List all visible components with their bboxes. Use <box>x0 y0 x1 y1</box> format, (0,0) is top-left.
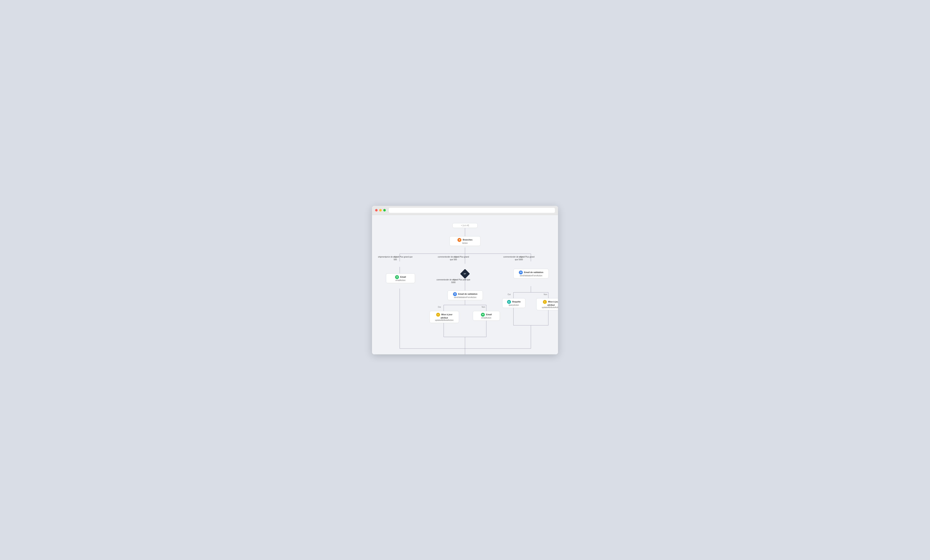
close-button[interactable] <box>375 209 377 212</box>
left-condition-label: shipmentprice de object Plus grand que 5… <box>378 256 413 261</box>
right-email-validation-node[interactable]: ✉ Email de validation sendValidationForm… <box>513 269 549 278</box>
browser-window: × [cut off] ⊕ Branches Action shipmentpr… <box>372 206 558 354</box>
center-update-attr-node[interactable]: ● Mise à jour attribut updateAttributeAc… <box>430 311 459 323</box>
right-update-attr-node[interactable]: ● Mise à jour attribut updateAttributeAc… <box>536 298 558 310</box>
center-non-label: Non <box>482 306 485 308</box>
branches-action-node[interactable]: ⊕ Branches Action <box>450 236 480 246</box>
et-diamond: ET <box>460 269 470 279</box>
center-non-email-icon: ✉ <box>481 313 485 317</box>
requete-icon: ◎ <box>507 300 511 304</box>
right-email-validation-icon: ✉ <box>519 270 523 275</box>
center-update-attr-icon: ● <box>436 313 440 317</box>
branches-icon: ⊕ <box>457 238 461 242</box>
minimize-button[interactable] <box>379 209 382 212</box>
center-condition-bot: commentorder de object Plus petit que 50… <box>436 278 471 284</box>
top-cut-node: × [cut off] <box>453 223 477 228</box>
maximize-button[interactable] <box>383 209 386 212</box>
center-oui-label: Oui <box>438 306 441 308</box>
right-condition-label: commentorder de object Plus grand que 50… <box>502 256 536 261</box>
right-oui-label: Oui <box>508 293 511 296</box>
center-email-validation-icon: ✉ <box>453 292 457 296</box>
canvas-area: × [cut off] ⊕ Branches Action shipmentpr… <box>372 215 558 354</box>
center-condition-top: commentorder de object Plus grand que 50… <box>436 256 471 261</box>
requete-node[interactable]: ◎ Requête queryAction <box>502 298 525 308</box>
center-non-email-node[interactable]: ✉ Email emailAction <box>473 311 500 321</box>
right-non-label: Non <box>544 293 547 296</box>
browser-chrome <box>372 206 558 215</box>
connector-lines <box>372 215 558 354</box>
center-email-validation-node[interactable]: ✉ Email de validation sendValidationForm… <box>448 290 483 300</box>
left-email-icon: ✉ <box>395 275 399 279</box>
address-bar[interactable] <box>389 208 555 213</box>
left-email-node[interactable]: ✉ Email emailAction <box>386 273 415 283</box>
right-update-attr-icon: ● <box>543 300 547 304</box>
